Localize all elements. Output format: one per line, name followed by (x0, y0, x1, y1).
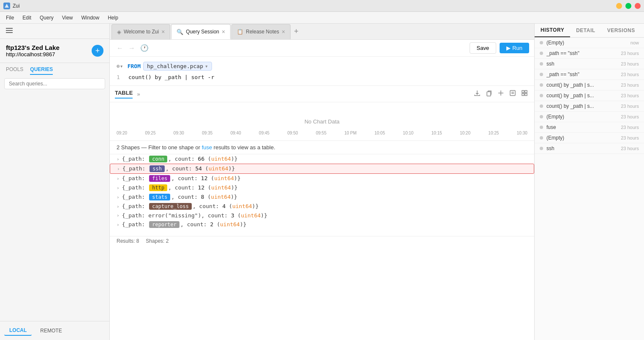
shape-text-5: {_path: capture_loss, count: 4 (uint64)} (122, 203, 259, 210)
tab-query-session[interactable]: 🔍 Query Session × (171, 24, 231, 39)
sidebar-tab-queries[interactable]: QUERIES (30, 66, 53, 75)
menu-window[interactable]: Window (77, 14, 104, 22)
history-item-text: (Empty) (546, 135, 617, 141)
history-tab-versions[interactable]: VERSIONS (601, 24, 641, 37)
history-item[interactable]: ssh 23 hours (535, 59, 644, 69)
history-panel: HISTORY DETAIL VERSIONS » (Empty) now _p… (534, 24, 644, 340)
tab-bar: ◈ Welcome to Zui × 🔍 Query Session × 📋 R… (110, 24, 534, 40)
history-item-time: 23 hours (621, 135, 639, 140)
welcome-tab-icon: ◈ (117, 29, 121, 35)
menu-query[interactable]: Query (35, 14, 58, 22)
shape-row-4[interactable]: › {_path: stats, count: 8 (uint64)} (110, 192, 534, 202)
history-expand-button[interactable]: » (641, 25, 644, 36)
history-item[interactable]: _path == "ssh" 23 hours (535, 48, 644, 59)
shape-row-0[interactable]: › {_path: conn, count: 66 (uint64)} (110, 154, 534, 164)
badge-capture-loss: capture_loss (149, 203, 192, 210)
menu-edit[interactable]: Edit (18, 14, 35, 22)
tab-welcome[interactable]: ◈ Welcome to Zui × (111, 24, 170, 39)
chevron-7: › (117, 222, 120, 228)
close-button[interactable] (635, 3, 641, 9)
sidebar-toggle-button[interactable] (4, 26, 14, 36)
add-button[interactable]: + (92, 45, 103, 57)
history-tab-history[interactable]: HISTORY (535, 24, 570, 37)
export-icon-button[interactable] (473, 88, 482, 99)
shape-row-3[interactable]: › {_path: http, count: 12 (uint64)} (110, 183, 534, 192)
history-item[interactable]: (Empty) now (535, 38, 644, 48)
history-item[interactable]: ssh 23 hours (535, 143, 644, 154)
chart-area: No Chart Data 09:20 09:25 09:30 09:35 09… (110, 102, 534, 141)
svg-rect-13 (525, 93, 527, 96)
history-dot (540, 52, 543, 55)
dataset-chevron: ▾ (205, 63, 208, 69)
shape-summary-text: 2 Shapes — Filter to one shape or (117, 144, 202, 151)
history-dot (540, 115, 543, 118)
shape-row-1[interactable]: › {_path: ssh, count: 54 (uint64)} (110, 164, 534, 174)
fuse-link[interactable]: fuse (202, 144, 212, 151)
download-icon-button[interactable] (508, 88, 517, 99)
history-item-time: 23 hours (621, 61, 639, 66)
history-item-text: fuse (546, 124, 617, 130)
history-item[interactable]: count() by _path | s... 23 hours (535, 101, 644, 112)
query-session-tab-label: Query Session (186, 29, 219, 35)
shape-row-7[interactable]: › {_path: reporter, count: 2 (uint64)} (110, 220, 534, 229)
xaxis-13: 10:25 (488, 131, 499, 135)
history-item[interactable]: (Empty) 23 hours (535, 133, 644, 143)
shape-row-5[interactable]: › {_path: capture_loss, count: 4 (uint64… (110, 202, 534, 211)
release-notes-tab-close[interactable]: × (282, 29, 285, 35)
history-item[interactable]: _path == "ssh" 23 hours (535, 69, 644, 80)
history-button[interactable]: 🕐 (139, 43, 150, 53)
save-button[interactable]: Save (470, 42, 497, 54)
shape-text-6: {_path: error("missing"), count: 3 (uint… (122, 212, 267, 219)
new-tab-button[interactable]: + (291, 27, 301, 36)
dataset-selector[interactable]: hp_challenge.pcap ▾ (143, 62, 212, 71)
badge-stats: stats (149, 194, 170, 200)
history-item[interactable]: fuse 23 hours (535, 122, 644, 133)
shapes-count: Shapes: 2 (146, 238, 168, 244)
grid-icon-button[interactable] (520, 88, 529, 99)
shape-row-2[interactable]: › {_path: files, count: 12 (uint64)} (110, 174, 534, 183)
history-tab-detail[interactable]: DETAIL (570, 24, 601, 37)
user-info: ftp123's Zed Lake http://localhost:9867 … (6, 44, 103, 58)
menu-file[interactable]: File (2, 14, 18, 22)
chevron-0: › (117, 156, 120, 162)
menu-help[interactable]: Help (103, 14, 122, 22)
shape-text-1: {_path: ssh, count: 54 (uint64)} (122, 165, 235, 172)
status-bar: Results: 8 Shapes: 2 (110, 236, 534, 246)
chevron-2: › (117, 176, 120, 181)
local-tab-button[interactable]: LOCAL (4, 326, 32, 336)
history-item-text: ssh (546, 61, 617, 67)
search-input[interactable] (4, 78, 105, 89)
run-label: Run (512, 45, 522, 51)
xaxis-9: 10:05 (375, 131, 385, 135)
count-type-1: uint64 (209, 165, 228, 172)
forward-button[interactable]: → (127, 43, 137, 53)
query-code[interactable]: count() by _path | sort -r (128, 74, 215, 80)
shape-row-6[interactable]: › {_path: error("missing"), count: 3 (ui… (110, 211, 534, 220)
user-name: ftp123's Zed Lake (6, 44, 60, 51)
table-tab[interactable]: TABLE (115, 90, 133, 99)
xaxis-0: 09:20 (117, 131, 127, 135)
svg-rect-7 (510, 90, 515, 96)
xaxis-8: 10 PM (344, 131, 356, 135)
history-item[interactable]: count() by _path | s... 23 hours (535, 80, 644, 90)
maximize-button[interactable] (625, 3, 631, 9)
welcome-tab-close[interactable]: × (161, 29, 165, 35)
sidebar-tab-pools[interactable]: POOLS (6, 66, 23, 75)
svg-rect-4 (487, 92, 491, 96)
history-item[interactable]: (Empty) 23 hours (535, 112, 644, 122)
pin-icon-button[interactable] (496, 88, 505, 99)
chevron-1: › (117, 166, 120, 172)
back-button[interactable]: ← (115, 43, 125, 53)
minimize-button[interactable] (616, 3, 622, 9)
history-item-text: count() by _path | s... (546, 93, 617, 99)
menu-view[interactable]: View (58, 14, 77, 22)
remote-tab-button[interactable]: REMOTE (35, 326, 67, 336)
results-expand-button[interactable]: » (134, 90, 142, 98)
tab-release-notes[interactable]: 📋 Release Notes × (231, 24, 291, 39)
run-button[interactable]: ▶ Run (500, 43, 529, 53)
history-item-time: 23 hours (621, 51, 639, 56)
history-item[interactable]: count() by _path | s... 23 hours (535, 90, 644, 101)
copy-icon-button[interactable] (484, 88, 494, 99)
xaxis-10: 10:10 (403, 131, 413, 135)
query-session-tab-close[interactable]: × (222, 29, 225, 35)
